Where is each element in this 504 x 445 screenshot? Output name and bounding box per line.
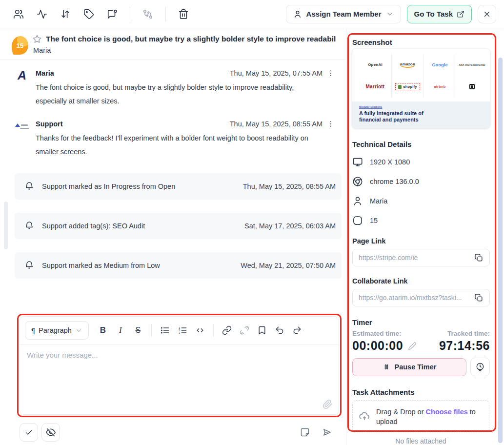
comment-item: Support Thu, May 15, 2025, 08:55 AM Than… [15,119,335,159]
activity-timestamp: Thu, May 15, 2025, 08:55 AM [243,182,336,190]
support-logo-avatar [15,123,29,129]
merge-tasks-icon[interactable] [142,8,154,20]
header-actions: Assign Team Member Go To Task [286,5,496,23]
page-link-input[interactable] [359,254,473,262]
message-input[interactable]: Write your message... [20,344,339,414]
message-editor: ¶ Paragraph B I S 123 [20,316,339,415]
collaborate-link-input[interactable] [359,294,473,302]
browser-row: chrome 136.0.0 [352,172,504,191]
comments-scrollbar[interactable] [4,202,8,249]
comment-item: A Maria Thu, May 15, 2025, 07:55 AM The … [15,68,335,108]
logo-shopify: shopify [403,84,417,89]
tag-icon[interactable] [83,8,95,20]
screenshot-hero: Modular solutions A fully integrated sui… [352,101,490,128]
ordered-list-icon[interactable]: 123 [174,322,191,339]
copy-icon[interactable] [473,292,484,303]
toolbar-divider [165,7,166,21]
pilcrow-icon: ¶ [31,326,35,335]
activity-text: Support marked as Medium from Low [42,262,160,269]
bold-icon[interactable]: B [95,322,111,339]
time-log-clock-icon[interactable] [470,358,490,376]
star-icon[interactable] [32,34,42,44]
comment-list: A Maria Thu, May 15, 2025, 07:55 AM The … [0,60,346,159]
attach-file-icon[interactable] [323,399,333,409]
estimated-time-label: Estimated time: [352,330,402,337]
reporter-value: Maria [370,197,387,205]
bell-icon [24,182,34,191]
logo-openai: OpenAI [368,62,383,67]
delete-task-icon[interactable] [178,8,189,20]
task-number-row: 15 [352,211,504,230]
comment-author: Support [36,120,63,128]
external-link-icon [457,10,464,18]
activity-icon[interactable] [36,8,48,20]
chrome-icon [352,176,363,187]
unlink-icon[interactable] [236,322,253,339]
edit-estimated-time-icon[interactable] [408,342,417,350]
timer-section-title: Timer [352,318,504,326]
logo-amazon: amazon [400,62,415,68]
screenshot-thumbnail[interactable]: OpenAI amazon Google ANA InterContinenta… [352,49,490,128]
note-icon[interactable] [296,423,314,442]
screenshot-section-title: Screenshot [352,38,504,46]
close-button[interactable] [478,5,496,23]
task-number-value: 15 [370,217,378,224]
screenshot-heading: A fully integrated suite of financial an… [359,110,432,123]
paragraph-format-dropdown[interactable]: ¶ Paragraph [25,321,89,340]
no-files-text: No files attached [352,437,489,445]
task-conversation-panel: 15 The font choice is good, but maybe tr… [0,28,346,445]
activity-timestamp: Wed, May 21, 2025, 07:50 AM [241,262,336,269]
task-author: Maria [33,46,336,54]
technical-details-title: Technical Details [352,140,504,148]
page-link-field [352,249,490,266]
resolve-check-icon[interactable] [20,423,38,442]
activity-log: Support marked as In Progress from Open … [15,173,341,279]
assign-team-member-button[interactable]: Assign Team Member [286,5,401,23]
editor-toolbar-divider [151,324,152,337]
composer-actions [20,423,336,442]
sidebar-scrollbar[interactable] [498,58,503,443]
avatar [15,119,29,133]
paragraph-format-label: Paragraph [39,326,72,334]
pause-icon [383,363,390,371]
svg-text:3: 3 [179,331,180,334]
comment-menu-icon[interactable] [326,68,335,79]
resolution-row: 1920 X 1080 [352,152,504,172]
copy-icon[interactable] [473,252,484,263]
bookmark-icon[interactable] [254,322,270,339]
estimated-time-value: 00:00:00 [352,339,403,353]
internal-note-eye-off-icon[interactable] [41,423,60,442]
task-toolbar [13,7,189,21]
file-dropzone[interactable]: Drag & Drop or Choose files to upload [352,400,489,433]
bullet-list-icon[interactable] [157,322,173,339]
comment-menu-icon[interactable] [326,119,335,129]
activity-timestamp: Sat, May 17, 2025, 06:03 AM [244,222,336,230]
logo-google: Google [432,62,447,67]
dark-logo-glyph [469,84,475,89]
italic-icon[interactable]: I [112,322,129,339]
task-number-badge[interactable]: 15 [12,36,28,55]
task-title: The font choice is good, but maybe try a… [46,35,336,43]
person-icon [293,10,302,19]
choose-files-link[interactable]: Choose files [426,408,468,416]
collaborate-link-label: Collaborate Link [352,277,504,285]
comment-timestamp: Thu, May 15, 2025, 07:55 AM [230,69,323,77]
activity-row: Support added tag(s): SEO Audit Sat, May… [15,213,342,239]
bell-icon [24,221,34,231]
link-icon[interactable] [219,322,235,339]
redo-icon[interactable] [289,322,305,339]
collaborate-link-field [352,289,490,306]
comment-dot-icon[interactable] [106,8,118,20]
undo-icon[interactable] [271,322,288,339]
strikethrough-icon[interactable]: S [130,322,146,339]
code-icon[interactable] [192,322,208,339]
task-summary: 15 The font choice is good, but maybe tr… [0,28,346,60]
pause-timer-button[interactable]: Pause Timer [352,358,466,376]
sort-arrows-icon[interactable] [60,8,71,20]
go-to-task-button[interactable]: Go To Task [407,5,472,23]
collaborators-icon[interactable] [13,8,24,20]
resolution-value: 1920 X 1080 [370,158,410,166]
comment-timestamp: Thu, May 15, 2025, 08:55 AM [230,120,323,128]
send-icon[interactable] [318,423,336,442]
squircle-icon [352,215,363,226]
